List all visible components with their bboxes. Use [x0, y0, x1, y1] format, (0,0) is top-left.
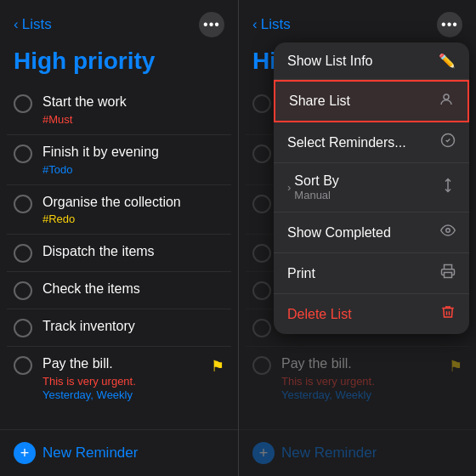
right-chevron-icon: ‹ — [252, 16, 258, 33]
menu-item-select-reminders[interactable]: Select Reminders... — [274, 122, 469, 163]
right-flag-icon-7: ⚑ — [449, 357, 462, 376]
left-flag-icon-7: ⚑ — [211, 357, 224, 376]
menu-icon-print — [440, 264, 456, 283]
left-reminder-circle-6 — [14, 319, 32, 337]
left-reminder-content-6: Track inventory — [42, 318, 224, 336]
menu-label-select-reminders: Select Reminders... — [287, 135, 406, 150]
right-reminder-circle-5 — [252, 281, 271, 300]
menu-item-show-list-info[interactable]: Show List Info ✏️ — [274, 42, 469, 80]
right-reminder-circle-4 — [252, 244, 271, 263]
menu-label-print: Print — [287, 266, 315, 281]
chevron-left-icon: › — [287, 181, 291, 194]
right-reminder-title-7: Pay the bill. — [281, 355, 442, 373]
left-back-label: Lists — [22, 16, 52, 33]
left-more-button[interactable]: ••• — [199, 12, 224, 37]
left-back-button[interactable]: ‹ Lists — [14, 16, 52, 33]
menu-item-sort-by-left: › Sort By Manual — [287, 173, 339, 201]
left-reminder-title-7: Pay the bill. — [42, 355, 204, 373]
right-reminder-subtitle-7: This is very urgent. — [281, 375, 442, 388]
menu-icon-show-list-info: ✏️ — [439, 53, 456, 69]
left-more-dots-icon: ••• — [203, 17, 220, 32]
right-reminder-circle-1 — [252, 94, 271, 113]
menu-item-share-list[interactable]: Share List — [274, 80, 469, 122]
left-reminder-content-3: Organise the collection #Redo — [42, 194, 224, 226]
menu-icon-delete-list — [440, 304, 456, 324]
menu-item-select-reminders-left: Select Reminders... — [287, 135, 406, 150]
right-plus-circle-icon: + — [252, 442, 275, 464]
left-reminder-tag-2: #Todo — [42, 163, 224, 176]
dropdown-menu: Show List Info ✏️ Share List Select Remi… — [274, 42, 469, 334]
menu-item-delete-list[interactable]: Delete List — [274, 294, 469, 334]
menu-item-sort-by[interactable]: › Sort By Manual — [274, 163, 469, 212]
left-reminder-item-4[interactable]: Dispatch the items — [7, 235, 231, 272]
menu-item-delete-list-left: Delete List — [287, 307, 352, 322]
menu-item-print-left: Print — [287, 266, 315, 281]
menu-label-show-completed: Show Completed — [287, 225, 391, 241]
right-nav-bar: ‹ Lists ••• — [239, 0, 476, 44]
svg-point-0 — [444, 94, 449, 99]
left-reminder-content-2: Finish it by evening #Todo — [42, 144, 224, 176]
right-reminder-meta-7: Yesterday, Weekly — [281, 388, 442, 401]
right-reminder-content-7: Pay the bill. This is very urgent. Yeste… — [281, 355, 442, 401]
left-reminder-title-2: Finish it by evening — [42, 144, 224, 162]
sort-by-text-group: Sort By Manual — [294, 173, 338, 201]
left-page-title: High priority — [0, 44, 238, 85]
left-reminder-circle-2 — [14, 144, 32, 163]
menu-icon-show-completed — [440, 223, 456, 242]
left-reminder-subtitle-7: This is very urgent. — [42, 375, 204, 388]
left-reminder-title-3: Organise the collection — [42, 194, 224, 212]
menu-label-show-list-info: Show List Info — [287, 54, 373, 69]
left-reminders-list: Start the work #Must Finish it by evenin… — [0, 85, 238, 429]
left-reminder-item-5[interactable]: Check the items — [7, 272, 231, 309]
menu-label-share-list: Share List — [289, 94, 350, 109]
left-reminder-item-6[interactable]: Track inventory — [7, 309, 231, 347]
menu-item-show-completed-left: Show Completed — [287, 225, 391, 241]
menu-label-delete-list: Delete List — [287, 307, 352, 322]
right-reminder-circle-3 — [252, 195, 271, 213]
left-reminder-content-7: Pay the bill. This is very urgent. Yeste… — [42, 355, 204, 401]
left-reminder-item-7[interactable]: Pay the bill. This is very urgent. Yeste… — [7, 347, 231, 410]
right-reminder-circle-7 — [252, 356, 271, 375]
left-reminder-title-5: Check the items — [42, 280, 224, 298]
right-reminder-item-7[interactable]: Pay the bill. This is very urgent. Yeste… — [246, 347, 469, 410]
left-reminder-circle-7 — [14, 356, 32, 375]
left-reminder-content-4: Dispatch the items — [42, 243, 224, 261]
right-new-reminder-button[interactable]: + New Reminder — [239, 429, 476, 476]
left-reminder-item-3[interactable]: Organise the collection #Redo — [7, 185, 231, 235]
right-reminder-circle-2 — [252, 144, 271, 163]
menu-item-print[interactable]: Print — [274, 253, 469, 294]
left-reminder-title-6: Track inventory — [42, 318, 224, 336]
right-reminder-circle-6 — [252, 319, 271, 337]
left-reminder-circle-4 — [14, 244, 32, 263]
left-new-reminder-label: New Reminder — [42, 445, 138, 462]
left-reminder-circle-1 — [14, 94, 32, 113]
menu-icon-share-list — [439, 92, 454, 110]
menu-icon-sort-by — [440, 178, 456, 197]
left-reminder-content-1: Start the work #Must — [42, 94, 224, 126]
svg-rect-3 — [445, 273, 452, 278]
right-more-dots-icon: ••• — [441, 17, 458, 32]
left-reminder-tag-1: #Must — [42, 113, 224, 126]
left-reminder-circle-5 — [14, 281, 32, 300]
right-new-reminder-label: New Reminder — [281, 445, 377, 462]
svg-point-2 — [446, 229, 450, 233]
left-reminder-title-1: Start the work — [42, 94, 224, 111]
menu-icon-select-reminders — [440, 133, 456, 152]
left-chevron-icon: ‹ — [14, 16, 19, 33]
right-more-button[interactable]: ••• — [437, 12, 462, 37]
right-panel: ‹ Lists ••• High prio Start the w #Must … — [238, 0, 476, 476]
left-reminder-item-1[interactable]: Start the work #Must — [7, 85, 231, 135]
right-back-button[interactable]: ‹ Lists — [252, 16, 291, 33]
menu-label-sort-by: Sort By — [294, 173, 338, 188]
right-back-label: Lists — [261, 16, 291, 33]
left-plus-circle-icon: + — [14, 442, 36, 464]
left-reminder-item-2[interactable]: Finish it by evening #Todo — [7, 135, 231, 185]
left-reminder-tag-3: #Redo — [42, 212, 224, 225]
menu-item-show-completed[interactable]: Show Completed — [274, 212, 469, 253]
left-reminder-circle-3 — [14, 195, 32, 213]
menu-item-show-list-info-left: Show List Info — [287, 54, 373, 69]
left-panel: ‹ Lists ••• High priority Start the work… — [0, 0, 238, 476]
left-reminder-content-5: Check the items — [42, 280, 224, 298]
left-new-reminder-button[interactable]: + New Reminder — [0, 429, 238, 476]
menu-sublabel-sort-by: Manual — [294, 189, 338, 201]
